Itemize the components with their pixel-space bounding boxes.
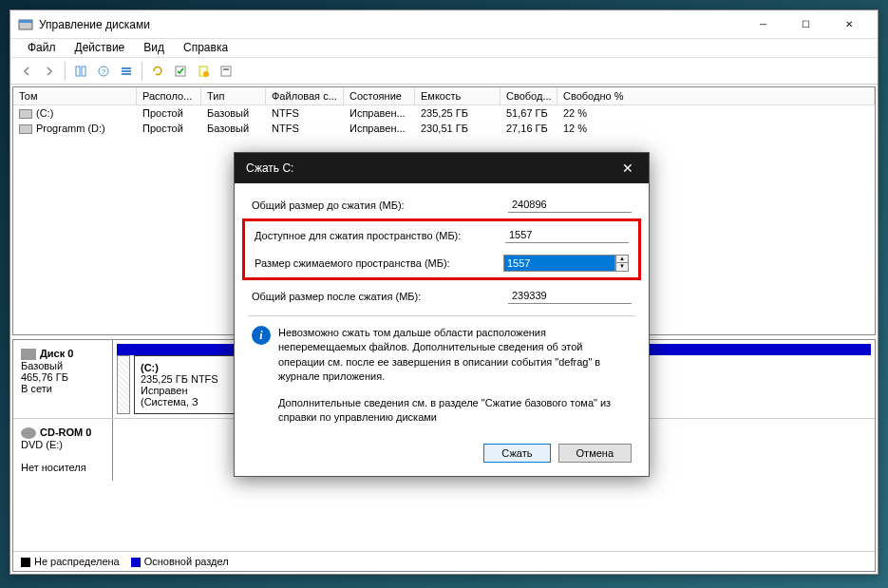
cancel-button[interactable]: Отмена: [558, 444, 632, 463]
properties-icon[interactable]: [216, 61, 236, 82]
svg-rect-13: [223, 68, 229, 70]
legend-unallocated-icon: [21, 558, 30, 567]
svg-point-11: [203, 71, 209, 77]
shrink-size-label: Размер сжимаемого пространства (МБ):: [255, 257, 503, 269]
settings-list-icon[interactable]: [116, 61, 137, 82]
col-status[interactable]: Состояние: [344, 87, 415, 104]
total-after-value: 239339: [508, 288, 632, 304]
shrink-dialog: Сжать C: ✕ Общий размер до сжатия (МБ): …: [234, 152, 650, 477]
view-layout-icon[interactable]: [70, 61, 91, 82]
cdrom-icon: [21, 427, 36, 439]
volume-icon: [19, 124, 32, 134]
col-freepct[interactable]: Свободно %: [557, 87, 875, 104]
col-capacity[interactable]: Емкость: [415, 87, 501, 104]
dialog-close-button[interactable]: ✕: [618, 161, 637, 176]
svg-rect-3: [82, 66, 85, 76]
info-text-2: Дополнительные сведения см. в разделе "С…: [278, 396, 632, 426]
legend: Не распределена Основной раздел: [13, 551, 875, 571]
info-text-1: Невозможно сжать том дальше области расп…: [278, 326, 632, 385]
toolbar: ?: [10, 58, 878, 85]
svg-text:?: ?: [102, 67, 106, 76]
cdrom-label[interactable]: CD-ROM 0 DVD (E:) Нет носителя: [13, 419, 113, 481]
total-before-label: Общий размер до сжатия (МБ):: [252, 199, 508, 211]
col-free[interactable]: Свобод...: [501, 87, 557, 104]
close-button[interactable]: ✕: [827, 10, 870, 39]
new-icon[interactable]: [193, 61, 214, 82]
info-icon: i: [252, 326, 271, 345]
dialog-title-text: Сжать C:: [246, 161, 293, 175]
checkbox-icon[interactable]: [170, 61, 191, 82]
table-row[interactable]: Programm (D:) Простой Базовый NTFS Испра…: [13, 121, 875, 136]
svg-rect-12: [221, 66, 231, 76]
back-button[interactable]: [16, 61, 37, 82]
partition-box[interactable]: [117, 355, 130, 414]
maximize-button[interactable]: ☐: [784, 10, 827, 39]
available-label: Доступное для сжатия пространство (МБ):: [255, 230, 505, 241]
table-row[interactable]: (C:) Простой Базовый NTFS Исправен... 23…: [13, 105, 875, 121]
col-type[interactable]: Тип: [201, 87, 266, 104]
app-icon: [18, 17, 33, 32]
total-after-label: Общий размер после сжатия (МБ):: [252, 291, 508, 302]
legend-primary-icon: [131, 558, 141, 567]
spinner-down[interactable]: ▼: [616, 263, 628, 271]
svg-rect-2: [76, 66, 80, 76]
minimize-button[interactable]: ─: [742, 10, 784, 39]
partition-c[interactable]: (C:) 235,25 ГБ NTFS Исправен (Система, З: [134, 355, 243, 414]
menu-view[interactable]: Вид: [134, 39, 174, 57]
forward-button[interactable]: [39, 61, 60, 82]
menu-help[interactable]: Справка: [174, 39, 237, 57]
available-value: 1557: [505, 227, 629, 243]
svg-rect-8: [122, 73, 131, 75]
shrink-button[interactable]: Сжать: [483, 444, 550, 463]
titlebar[interactable]: Управление дисками ─ ☐ ✕: [10, 10, 878, 39]
dialog-titlebar[interactable]: Сжать C: ✕: [235, 153, 649, 183]
menu-file[interactable]: Файл: [18, 39, 66, 57]
svg-rect-1: [19, 20, 32, 23]
disk-label[interactable]: Диск 0 Базовый 465,76 ГБ В сети: [13, 340, 113, 418]
refresh-icon[interactable]: [147, 61, 168, 82]
spinner-up[interactable]: ▲: [616, 256, 628, 263]
menubar: Файл Действие Вид Справка: [10, 39, 878, 58]
col-fs[interactable]: Файловая с...: [266, 87, 344, 104]
disk-icon: [21, 349, 36, 360]
window-title: Управление дисками: [39, 18, 742, 31]
menu-action[interactable]: Действие: [66, 39, 135, 57]
volume-icon: [19, 109, 32, 119]
help-icon[interactable]: ?: [93, 61, 114, 82]
col-layout[interactable]: Располо...: [137, 87, 201, 104]
col-volume[interactable]: Том: [13, 87, 137, 104]
highlighted-section: Доступное для сжатия пространство (МБ): …: [242, 218, 641, 280]
svg-rect-7: [122, 70, 131, 72]
shrink-size-input[interactable]: [503, 255, 615, 272]
svg-rect-6: [122, 67, 131, 69]
total-before-value: 240896: [508, 197, 632, 213]
